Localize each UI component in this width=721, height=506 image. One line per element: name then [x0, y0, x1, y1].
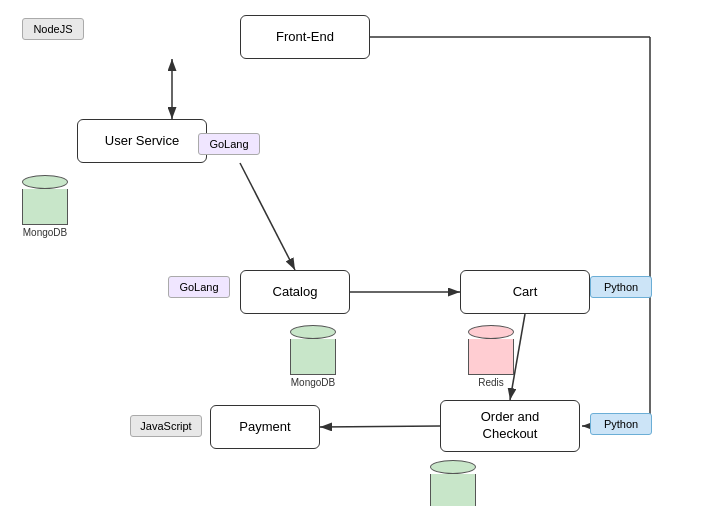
mongodb-userservice-label: MongoDB [23, 227, 67, 238]
payment-node: Payment [210, 405, 320, 449]
payment-label: Payment [239, 419, 290, 436]
db-top [468, 325, 514, 339]
golang-userservice-tag: GoLang [198, 133, 260, 155]
db-body [290, 339, 336, 375]
svg-line-7 [240, 163, 295, 270]
mongodb-userservice-db: MongoDB [22, 175, 68, 238]
svg-line-10 [320, 426, 440, 427]
golang-userservice-label: GoLang [209, 138, 248, 150]
python-cart-label: Python [604, 281, 638, 293]
ordercheckout-label: Order and Checkout [481, 409, 540, 443]
mongodb-catalog-db: MongoDB [290, 325, 336, 388]
userservice-label: User Service [105, 133, 179, 150]
db-body [430, 474, 476, 506]
javascript-payment-tag: JavaScript [130, 415, 202, 437]
db-top [290, 325, 336, 339]
mongodb-order-db: MongoDB [430, 460, 476, 506]
userservice-node: User Service [77, 119, 207, 163]
python-cart-tag: Python [590, 276, 652, 298]
python-order-label: Python [604, 418, 638, 430]
ordercheckout-node: Order and Checkout [440, 400, 580, 452]
redis-cart-label: Redis [478, 377, 504, 388]
cart-node: Cart [460, 270, 590, 314]
frontend-node: Front-End [240, 15, 370, 59]
nodejs-tag: NodeJS [22, 18, 84, 40]
cart-label: Cart [513, 284, 538, 301]
db-body [22, 189, 68, 225]
catalog-label: Catalog [273, 284, 318, 301]
redis-cart-db: Redis [468, 325, 514, 388]
python-order-tag: Python [590, 413, 652, 435]
nodejs-label: NodeJS [33, 23, 72, 35]
db-top [430, 460, 476, 474]
javascript-payment-label: JavaScript [140, 420, 191, 432]
db-body [468, 339, 514, 375]
frontend-label: Front-End [276, 29, 334, 46]
db-top [22, 175, 68, 189]
mongodb-catalog-label: MongoDB [291, 377, 335, 388]
architecture-diagram: Front-End NodeJS User Service GoLang Mon… [0, 0, 721, 506]
golang-catalog-label: GoLang [179, 281, 218, 293]
golang-catalog-tag: GoLang [168, 276, 230, 298]
catalog-node: Catalog [240, 270, 350, 314]
